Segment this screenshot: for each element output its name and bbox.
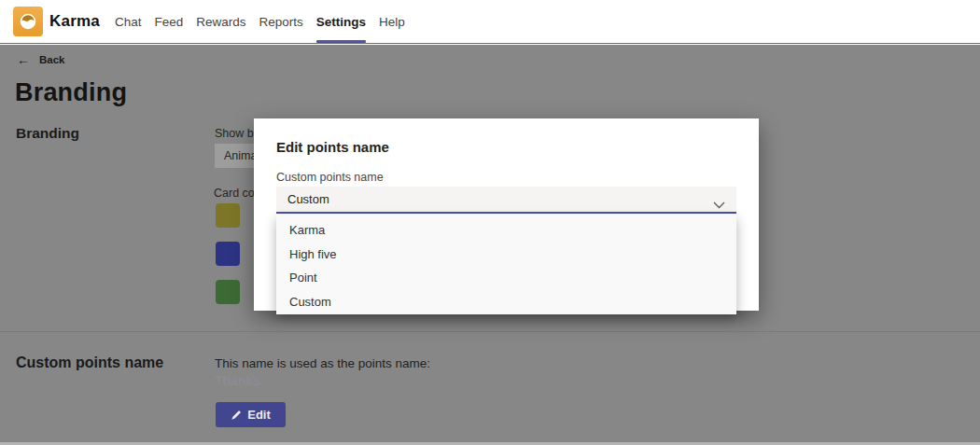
tab-rewards[interactable]: Rewards [196,0,245,44]
points-name-select-value: Custom [287,187,329,212]
back-label: Back [39,54,65,65]
pencil-icon [231,410,242,421]
card-color-swatch-green[interactable] [216,280,240,304]
option-high-five[interactable]: High five [276,243,736,267]
karma-wave-circle-icon [19,12,37,31]
app-navbar: Karma Chat Feed Rewards Reports Settings… [0,0,980,44]
edit-points-name-modal: Edit points name Custom points name Cust… [254,118,759,311]
edit-button-label: Edit [247,408,271,422]
app-title: Karma [49,12,100,31]
points-name-select[interactable]: Custom [276,187,736,214]
back-arrow-icon: ← [17,53,30,66]
back-button[interactable]: ← Back [17,53,65,66]
card-color-swatch-olive[interactable] [216,203,240,228]
custom-points-section-heading: Custom points name [16,355,163,371]
tab-settings[interactable]: Settings [316,0,366,44]
custom-points-name-label: Custom points name [276,171,384,184]
tab-help[interactable]: Help [379,0,405,44]
card-color-label: Card col [214,187,258,200]
current-points-name: Thanks [215,373,260,388]
tab-reports[interactable]: Reports [259,0,303,44]
branding-section-heading: Branding [16,125,79,142]
tab-feed[interactable]: Feed [154,0,183,44]
modal-title: Edit points name [276,139,389,155]
section-divider [0,331,980,332]
points-name-option-list: Karma High five Point Custom [276,215,736,314]
option-point[interactable]: Point [276,266,736,290]
option-karma[interactable]: Karma [276,218,736,243]
points-name-description: This name is used as the points name: [215,356,430,370]
card-color-swatch-navy[interactable] [216,242,240,266]
edit-points-name-button[interactable]: Edit [216,402,286,427]
karma-app-icon [13,7,43,36]
chevron-down-icon [713,196,725,213]
page-title: Branding [15,78,127,107]
nav-tabs: Chat Feed Rewards Reports Settings Help [115,0,405,44]
option-custom[interactable]: Custom [276,290,736,314]
tab-chat[interactable]: Chat [115,0,142,44]
